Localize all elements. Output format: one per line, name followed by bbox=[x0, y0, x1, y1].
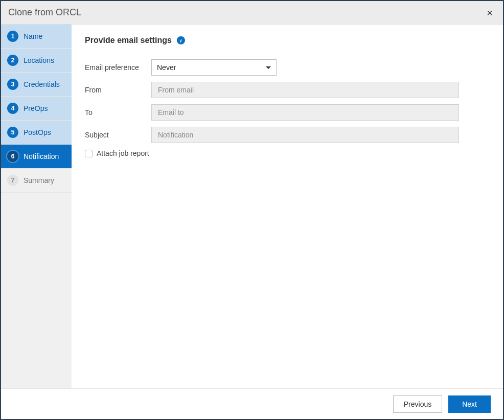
label-email-preference: Email preference bbox=[85, 63, 151, 72]
to-input[interactable] bbox=[151, 104, 459, 121]
label-to: To bbox=[85, 108, 151, 116]
title-bar: Clone from ORCL × bbox=[1, 1, 503, 25]
step-name[interactable]: 1Name bbox=[1, 25, 72, 49]
step-number-badge: 2 bbox=[7, 55, 18, 66]
wizard-steps-sidebar: 1Name2Locations3Credentials4PreOps5PostO… bbox=[1, 25, 72, 388]
row-subject: Subject bbox=[85, 127, 490, 143]
step-credentials[interactable]: 3Credentials bbox=[1, 73, 72, 97]
row-attach-report: Attach job report bbox=[85, 149, 490, 157]
row-from: From bbox=[85, 82, 490, 98]
row-email-preference: Email preference Never bbox=[85, 59, 490, 76]
from-input[interactable] bbox=[151, 82, 459, 98]
step-label: Summary bbox=[24, 176, 54, 184]
step-preops[interactable]: 4PreOps bbox=[1, 97, 72, 121]
step-number-badge: 6 bbox=[7, 151, 18, 162]
label-from: From bbox=[85, 86, 151, 94]
step-number-badge: 4 bbox=[7, 103, 18, 114]
heading-text: Provide email settings bbox=[85, 36, 172, 45]
chevron-down-icon bbox=[266, 66, 271, 69]
step-number-badge: 7 bbox=[7, 175, 18, 186]
dialog-footer: Previous Next bbox=[1, 388, 503, 419]
attach-report-label: Attach job report bbox=[97, 149, 149, 157]
step-postops[interactable]: 5PostOps bbox=[1, 121, 72, 145]
subject-input[interactable] bbox=[151, 127, 459, 143]
next-button[interactable]: Next bbox=[448, 395, 491, 413]
clone-wizard-dialog: Clone from ORCL × 1Name2Locations3Creden… bbox=[0, 0, 504, 420]
dialog-title: Clone from ORCL bbox=[8, 7, 484, 18]
dialog-body: 1Name2Locations3Credentials4PreOps5PostO… bbox=[1, 25, 503, 388]
step-label: Notification bbox=[24, 152, 59, 160]
label-subject: Subject bbox=[85, 131, 151, 139]
step-label: Credentials bbox=[24, 80, 60, 88]
email-settings-form: Email preference Never From To bbox=[85, 59, 490, 157]
step-locations[interactable]: 2Locations bbox=[1, 49, 72, 73]
email-preference-value: Never bbox=[157, 63, 176, 72]
attach-report-checkbox[interactable] bbox=[85, 150, 93, 157]
page-heading: Provide email settings i bbox=[85, 36, 185, 45]
close-icon[interactable]: × bbox=[484, 7, 496, 19]
step-number-badge: 1 bbox=[7, 31, 18, 42]
step-summary: 7Summary bbox=[1, 169, 72, 193]
row-to: To bbox=[85, 104, 490, 121]
step-label: Locations bbox=[24, 56, 54, 64]
step-label: PostOps bbox=[24, 128, 51, 136]
content-panel: Provide email settings i Email preferenc… bbox=[72, 25, 503, 388]
previous-button[interactable]: Previous bbox=[393, 395, 442, 413]
step-number-badge: 5 bbox=[7, 127, 18, 138]
info-icon[interactable]: i bbox=[177, 36, 185, 44]
email-preference-select[interactable]: Never bbox=[151, 59, 277, 76]
step-notification[interactable]: 6Notification bbox=[1, 145, 72, 169]
step-label: PreOps bbox=[24, 104, 48, 112]
step-number-badge: 3 bbox=[7, 79, 18, 90]
step-label: Name bbox=[24, 32, 42, 40]
